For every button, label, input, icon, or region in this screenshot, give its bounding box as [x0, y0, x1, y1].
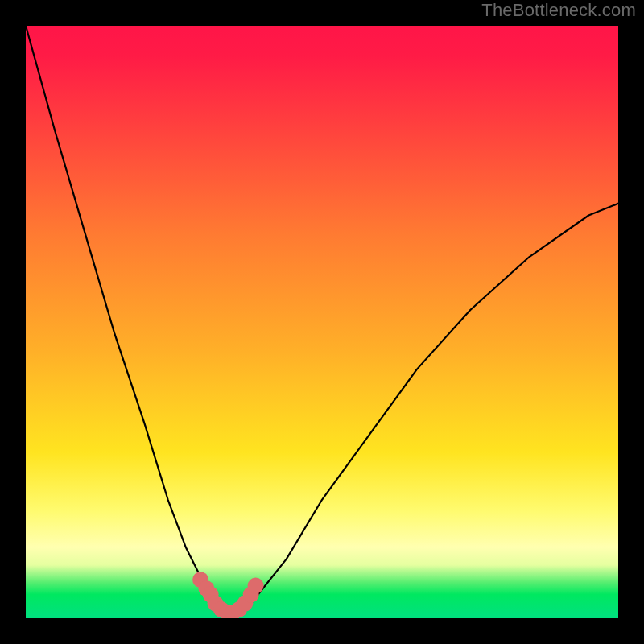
bottleneck-curve: [26, 26, 618, 613]
watermark-label: TheBottleneck.com: [481, 0, 636, 21]
plot-area: [26, 26, 618, 618]
marker-dot: [248, 578, 264, 594]
near-minimum-markers: [192, 572, 263, 618]
curve-layer: [26, 26, 618, 618]
chart-frame: TheBottleneck.com: [0, 0, 644, 644]
